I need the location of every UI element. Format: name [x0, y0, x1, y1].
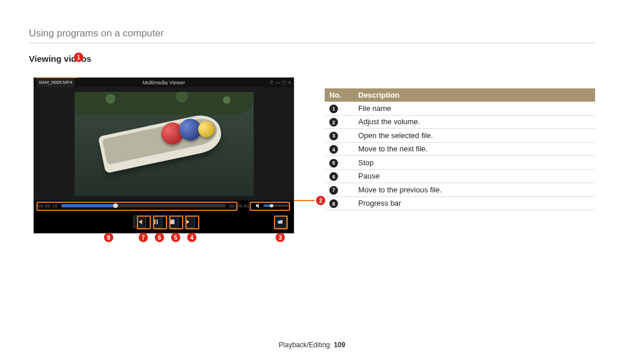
close-icon[interactable]: ×	[288, 80, 291, 86]
callout-5: 5	[171, 233, 180, 242]
divider	[29, 43, 595, 43]
page-footer: Playback/Editing 109	[0, 341, 624, 349]
media-buttons	[34, 211, 294, 233]
callout-2: 2	[316, 196, 325, 205]
content-columns: Viewing videos 1 SAM_0005.MP4 Multimedia…	[29, 54, 595, 233]
maximize-icon[interactable]: □	[283, 80, 285, 86]
callout-1: 1	[74, 53, 83, 62]
callout-8: 8	[104, 233, 113, 242]
volume-control[interactable]	[255, 203, 290, 209]
table-row: 3Open the selected file.	[325, 129, 595, 143]
table-row: 2Adjust the volume.	[325, 115, 595, 129]
time-current: 00:00:16	[38, 203, 58, 209]
prev-button[interactable]	[133, 216, 146, 228]
speaker-icon	[255, 203, 261, 209]
multimedia-viewer-window: SAM_0005.MP4 Multimedia Viewer ? — □ ×	[34, 77, 294, 233]
callout-4: 4	[187, 233, 196, 242]
pause-button[interactable]	[150, 216, 162, 228]
footer-section: Playback/Editing	[278, 341, 330, 349]
titlebar: SAM_0005.MP4 Multimedia Viewer ? — □ ×	[34, 78, 294, 87]
window-controls: ? — □ ×	[270, 80, 291, 86]
table-row: 5Stop	[325, 156, 595, 170]
page: Using programs on a computer Viewing vid…	[0, 0, 624, 364]
section-heading: Viewing videos	[29, 54, 302, 64]
video-frame	[34, 87, 294, 200]
footer-page: 109	[334, 341, 346, 349]
app-title: Multimedia Viewer	[143, 80, 185, 86]
help-icon[interactable]: ?	[270, 80, 273, 86]
table-row: 7Move to the previous file.	[325, 183, 595, 197]
filename-label: SAM_0005.MP4	[36, 78, 75, 87]
left-column: Viewing videos 1 SAM_0005.MP4 Multimedia…	[29, 54, 302, 233]
time-total: 00:00:41	[229, 203, 250, 209]
callout-6: 6	[155, 233, 164, 242]
callout-7: 7	[139, 233, 148, 242]
progress-row: 00:00:16 00:00:41	[34, 200, 294, 211]
open-file-button[interactable]	[274, 216, 287, 228]
progress-bar[interactable]	[61, 204, 226, 207]
legend-header-desc: Description	[354, 88, 595, 102]
legend-header-no: No.	[325, 88, 354, 102]
table-row: 6Pause	[325, 169, 595, 183]
callout-3: 3	[276, 233, 285, 242]
next-button[interactable]	[182, 216, 195, 228]
callout-line-2	[294, 200, 315, 201]
legend-table: No. Description 1File name 2Adjust the v…	[325, 88, 595, 210]
breadcrumb: Using programs on a computer	[29, 28, 595, 39]
table-row: 1File name	[325, 102, 595, 115]
right-column: No. Description 1File name 2Adjust the v…	[325, 54, 595, 233]
video-still	[75, 92, 254, 196]
minimize-icon[interactable]: —	[275, 80, 280, 86]
table-row: 4Move to the next file.	[325, 142, 595, 156]
table-row: 8Progress bar	[325, 196, 595, 210]
stop-button[interactable]	[166, 216, 179, 228]
